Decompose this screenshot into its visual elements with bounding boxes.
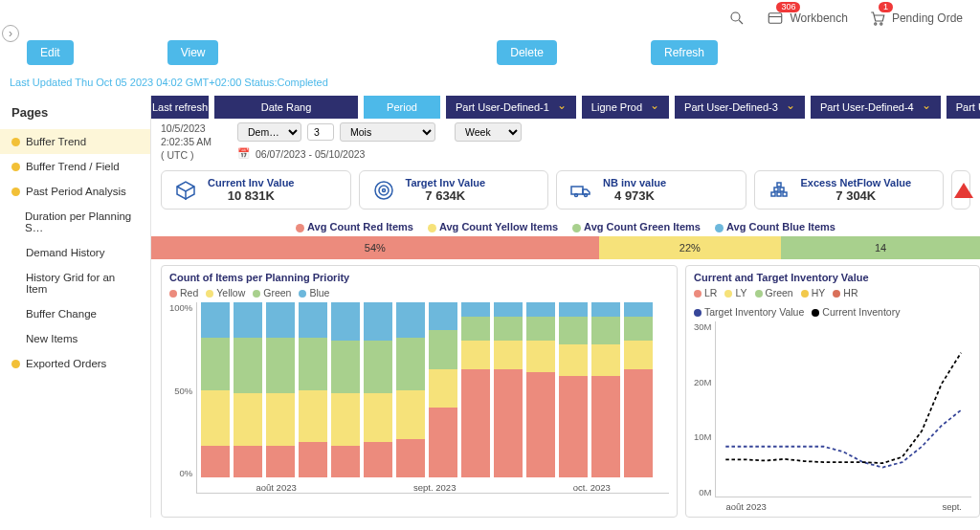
chart-inventory-value: Current and Target Inventory Value LRLYG…	[685, 265, 980, 518]
kpi-warning	[951, 170, 970, 210]
dot-icon	[11, 138, 20, 146]
sidebar-item-label: Buffer Trend / Field	[26, 161, 120, 172]
chart1-bars	[197, 302, 669, 477]
svg-rect-2	[769, 13, 783, 24]
chart1-title: Count of Items per Planning Priority	[169, 272, 669, 283]
kpi-2: NB inv value4 973K	[556, 170, 746, 210]
sidebar-item-label: Demand History	[26, 247, 104, 258]
filter-period[interactable]: Period	[364, 96, 440, 119]
chart2-legend: LRLYGreenHYHRTarget Inventory ValueCurre…	[694, 287, 971, 318]
dot-icon	[11, 360, 20, 368]
view-button[interactable]: View	[167, 40, 219, 65]
filter-date-range[interactable]: Date Rang	[214, 96, 358, 119]
kpi-label: Target Inv Value	[406, 177, 486, 188]
pending-label: Pending Orde	[892, 11, 963, 25]
legend-item: HY	[801, 287, 826, 298]
calendar-icon[interactable]: 📅	[237, 147, 250, 160]
num-input[interactable]	[307, 123, 334, 141]
filter-ligne-prod[interactable]: Ligne Prod	[582, 96, 669, 119]
kpi-0: Current Inv Value10 831K	[161, 170, 351, 210]
legend-item: LR	[694, 287, 717, 298]
sidebar-item-label: History Grid for an Item	[26, 272, 139, 295]
pages-sidebar: Pages Buffer TrendBuffer Trend / FieldPa…	[0, 96, 151, 518]
sidebar-item-2[interactable]: Past Period Analysis	[0, 179, 150, 204]
workbench-label: Workbench	[790, 11, 847, 25]
sidebar-item-label: Buffer Trend	[26, 136, 86, 147]
last-refresh-date: 10/5/2023	[161, 122, 218, 134]
bar	[461, 302, 490, 477]
svg-point-7	[379, 186, 389, 195]
legend-item: Target Inventory Value	[694, 306, 804, 318]
legend-item: Red	[169, 287, 198, 298]
dem-select[interactable]: Dem…	[237, 122, 301, 142]
kpi-label: NB inv value	[603, 177, 666, 188]
last-refresh-time: 2:02:35 AM	[161, 136, 218, 147]
delete-button[interactable]: Delete	[497, 40, 557, 65]
workbench-badge: 306	[776, 2, 800, 12]
filter-part-ud4[interactable]: Part User-Defined-4	[811, 96, 941, 119]
stack-icon	[767, 178, 791, 203]
sidebar-item-label: New Items	[26, 333, 78, 344]
bar	[234, 302, 262, 477]
bar	[494, 302, 523, 477]
kpi-label: Current Inv Value	[208, 177, 294, 188]
filter-last-refresh[interactable]: Last refresh	[151, 96, 209, 119]
sidebar-item-0[interactable]: Buffer Trend	[0, 129, 150, 154]
bar	[429, 302, 457, 477]
pct-red: 54%	[151, 236, 599, 259]
sidebar-item-1[interactable]: Buffer Trend / Field	[0, 154, 150, 179]
filter-subrow: 10/5/2023 2:02:35 AM ( UTC ) Dem… Mois 📅…	[151, 119, 980, 163]
legend-item: HR	[833, 287, 858, 298]
kpi-row: Current Inv Value10 831KTarget Inv Value…	[151, 163, 980, 217]
truck-icon	[568, 178, 593, 203]
sidebar-item-4[interactable]: Demand History	[0, 240, 150, 265]
svg-rect-15	[771, 192, 775, 196]
sidebar-item-5[interactable]: History Grid for an Item	[0, 265, 150, 301]
bar	[526, 302, 555, 477]
bar	[624, 302, 653, 477]
filter-part-ud5[interactable]: Part U	[947, 96, 980, 119]
dot-icon	[11, 188, 20, 196]
svg-rect-12	[777, 183, 781, 187]
kpi-label: Excess NetFlow Value	[801, 177, 912, 188]
chart1-yaxis: 100%50%0%	[169, 302, 196, 494]
workbench-link[interactable]: 306 Workbench	[767, 10, 847, 27]
chart2-lines	[716, 321, 970, 477]
chart1-xlabels: août 2023sept. 2023oct. 2023	[197, 482, 669, 493]
edit-button[interactable]: Edit	[27, 40, 74, 65]
svg-rect-14	[780, 188, 784, 191]
status-line: Last Updated Thu Oct 05 2023 04:02 GMT+0…	[0, 73, 980, 96]
pending-badge: 1	[879, 2, 893, 12]
svg-point-4	[875, 23, 877, 25]
bar	[591, 302, 620, 477]
pct-yellow: 22%	[599, 236, 782, 259]
target-icon	[371, 178, 396, 203]
week-select[interactable]: Week	[455, 122, 522, 142]
expand-arrow-icon[interactable]: ›	[2, 25, 19, 42]
svg-point-8	[382, 188, 385, 191]
pending-orders-link[interactable]: 1 Pending Orde	[869, 10, 963, 27]
svg-line-1	[740, 20, 744, 24]
sidebar-item-3[interactable]: Duration per Planning S…	[0, 204, 150, 240]
mois-select[interactable]: Mois	[340, 122, 435, 142]
bar	[364, 302, 392, 477]
svg-rect-16	[777, 192, 781, 196]
box-icon	[173, 178, 198, 203]
sidebar-item-8[interactable]: Exported Orders	[0, 351, 150, 376]
kpi-value: 10 831K	[208, 188, 294, 203]
refresh-button[interactable]: Refresh	[651, 40, 718, 65]
main: Last refresh Date Rang Period Part User-…	[151, 96, 980, 518]
pct-green: 14	[781, 236, 980, 259]
bar	[266, 302, 295, 477]
filter-part-ud3[interactable]: Part User-Defined-3	[675, 96, 805, 119]
sidebar-item-6[interactable]: Buffer Change	[0, 301, 150, 326]
sidebar-item-7[interactable]: New Items	[0, 326, 150, 351]
search-icon[interactable]	[728, 10, 746, 27]
svg-point-0	[731, 12, 740, 21]
svg-rect-17	[783, 192, 787, 196]
chart2-title: Current and Target Inventory Value	[694, 272, 971, 283]
last-refresh-tz: ( UTC )	[161, 149, 218, 161]
action-row: Edit View Delete Refresh	[0, 36, 980, 73]
filter-part-ud1[interactable]: Part User-Defined-1	[446, 96, 576, 119]
svg-point-6	[375, 182, 392, 199]
